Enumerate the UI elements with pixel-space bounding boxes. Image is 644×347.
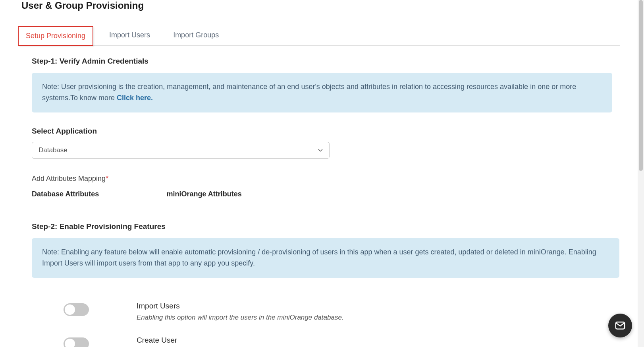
- step2-note: Note: Enabling any feature below will en…: [32, 238, 619, 278]
- feature-title-create-user: Create User: [137, 336, 435, 345]
- step2-heading: Step-2: Enable Provisioning Features: [32, 222, 612, 231]
- chevron-down-icon: [318, 148, 323, 153]
- tab-setup-provisioning[interactable]: Setup Provisioning: [18, 26, 93, 46]
- toggle-knob: [65, 339, 75, 347]
- feature-title-import-users: Import Users: [137, 302, 344, 310]
- feature-row-import-users: Import Users Enabling this option will i…: [32, 302, 612, 322]
- step1-note: Note: User provisioning is the creation,…: [32, 73, 612, 112]
- scrollbar-thumb[interactable]: [639, 0, 643, 171]
- step1-heading: Step-1: Verify Admin Credentials: [32, 57, 612, 66]
- toggle-knob: [65, 304, 75, 315]
- attributes-mapping-text: Add Attributes Mapping: [32, 174, 106, 182]
- toggle-create-user[interactable]: [64, 337, 89, 347]
- chat-button[interactable]: [608, 314, 632, 337]
- content-area: Step-1: Verify Admin Credentials Note: U…: [0, 46, 644, 347]
- miniorange-attributes-header: miniOrange Attributes: [166, 190, 241, 198]
- tab-bar: Setup Provisioning Import Users Import G…: [18, 26, 620, 46]
- scrollbar-track[interactable]: [638, 0, 644, 347]
- select-application-label: Select Application: [32, 127, 612, 136]
- mail-icon: [614, 320, 626, 331]
- divider: [12, 16, 632, 16]
- toggle-import-users[interactable]: [64, 303, 89, 316]
- database-attributes-header: Database Attributes: [32, 190, 99, 198]
- select-application-dropdown[interactable]: Database: [32, 142, 330, 159]
- select-application-value: Database: [39, 146, 67, 154]
- feature-row-create-user: Create User Enabling this option will cr…: [32, 336, 612, 347]
- feature-desc-import-users: Enabling this option will import the use…: [137, 314, 344, 322]
- tab-import-groups[interactable]: Import Groups: [166, 26, 226, 46]
- page-title: User & Group Provisioning: [0, 0, 644, 16]
- required-marker: *: [106, 174, 108, 182]
- click-here-link[interactable]: Click here.: [117, 94, 153, 102]
- tab-import-users[interactable]: Import Users: [102, 26, 157, 46]
- attributes-mapping-label: Add Attributes Mapping*: [32, 174, 612, 183]
- attributes-columns: Database Attributes miniOrange Attribute…: [32, 190, 612, 198]
